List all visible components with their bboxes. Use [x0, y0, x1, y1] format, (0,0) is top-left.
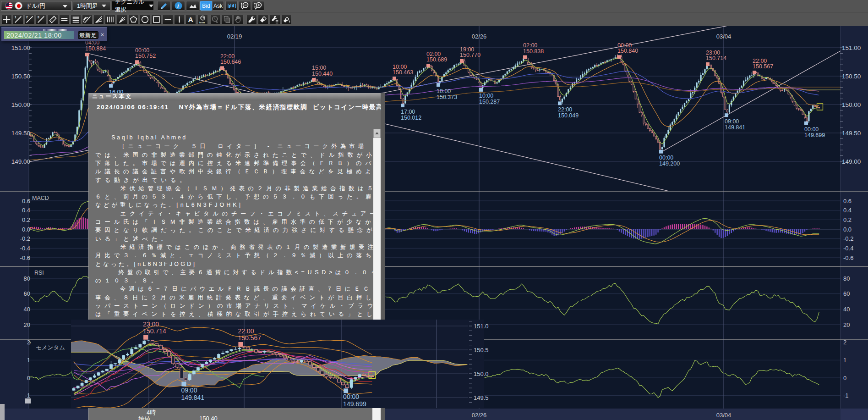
svg-text:150.884: 150.884 [85, 45, 106, 52]
svg-text:3: 3 [38, 15, 39, 19]
svg-text:20: 20 [843, 321, 850, 328]
svg-text:10:00: 10:00 [437, 88, 451, 94]
svg-text:40: 40 [843, 306, 850, 313]
svg-text:0.0: 0.0 [843, 226, 852, 233]
svg-text:03/04: 03/04 [716, 412, 732, 419]
svg-text:149.699: 149.699 [804, 132, 825, 138]
svg-text:80: 80 [24, 275, 30, 282]
svg-text:150.50: 150.50 [11, 73, 30, 80]
svg-text:0.4: 0.4 [843, 207, 852, 214]
svg-text:09:00: 09:00 [725, 118, 739, 125]
svg-text:149.699: 149.699 [343, 400, 366, 408]
svg-text:02/19: 02/19 [227, 33, 242, 40]
svg-text:150.714: 150.714 [706, 55, 726, 61]
svg-text:149.00: 149.00 [842, 158, 861, 165]
svg-text:150.0: 150.0 [474, 370, 489, 377]
svg-text:60: 60 [24, 290, 30, 297]
svg-text:-1: -1 [843, 392, 849, 399]
svg-text:20: 20 [24, 321, 30, 328]
svg-text:17:00: 17:00 [401, 109, 415, 115]
svg-text:150.567: 150.567 [238, 334, 261, 342]
svg-text:00:00: 00:00 [343, 393, 359, 400]
svg-text:149.00: 149.00 [11, 158, 30, 165]
svg-text:0: 0 [27, 375, 30, 381]
svg-text:149.200: 149.200 [659, 160, 680, 167]
svg-text:03/04: 03/04 [716, 33, 732, 40]
svg-text:151.00: 151.00 [842, 44, 861, 51]
svg-text:1: 1 [843, 357, 846, 364]
svg-text:1: 1 [27, 357, 30, 364]
svg-text:1: 1 [15, 15, 16, 19]
svg-text:149.5: 149.5 [474, 394, 489, 401]
svg-text:150.752: 150.752 [135, 53, 156, 59]
svg-text:2: 2 [26, 15, 28, 19]
svg-text:0.2: 0.2 [843, 216, 852, 223]
svg-text:150.646: 150.646 [220, 59, 241, 65]
svg-text:A: A [188, 16, 193, 23]
svg-text:150.373: 150.373 [437, 94, 457, 100]
svg-text:0.6: 0.6 [843, 198, 852, 204]
svg-text:0.4: 0.4 [22, 207, 30, 214]
svg-text:-0.4: -0.4 [843, 245, 853, 252]
svg-text:23:00: 23:00 [143, 321, 159, 328]
svg-text:150.770: 150.770 [460, 52, 480, 58]
svg-text:02/26: 02/26 [472, 412, 487, 419]
svg-text:-1: -1 [25, 392, 30, 399]
svg-text:149.50: 149.50 [842, 130, 861, 137]
svg-text:150.00: 150.00 [11, 101, 30, 108]
svg-text:-0.2: -0.2 [20, 235, 30, 242]
svg-text:2: 2 [843, 339, 846, 346]
svg-text:80: 80 [843, 275, 850, 282]
svg-text:icon: icon [199, 21, 205, 24]
svg-text:40: 40 [24, 306, 30, 313]
svg-text:150.714: 150.714 [143, 327, 166, 335]
svg-text:60: 60 [843, 290, 850, 297]
svg-text:2: 2 [28, 341, 31, 346]
svg-text:0.6: 0.6 [22, 198, 30, 204]
svg-text:150.287: 150.287 [479, 99, 500, 105]
svg-text:151.00: 151.00 [11, 44, 30, 51]
svg-text:150.838: 150.838 [523, 48, 544, 55]
svg-text:00:00: 00:00 [659, 155, 673, 161]
svg-text:02/26: 02/26 [472, 33, 487, 40]
svg-text:150.689: 150.689 [426, 56, 447, 63]
svg-text:151.0: 151.0 [474, 323, 489, 330]
svg-text:150.5: 150.5 [474, 347, 489, 354]
svg-text:-0.4: -0.4 [20, 245, 30, 252]
svg-text:MACD: MACD [32, 195, 49, 201]
svg-text:150.840: 150.840 [617, 48, 638, 54]
svg-text:149.841: 149.841 [725, 124, 745, 131]
svg-text:150.463: 150.463 [393, 69, 413, 76]
svg-text:150.00: 150.00 [842, 101, 861, 108]
svg-text:150.567: 150.567 [753, 63, 773, 70]
svg-text:149.50: 149.50 [11, 130, 30, 137]
svg-text:150.049: 150.049 [558, 112, 579, 119]
svg-text:-0.6: -0.6 [843, 254, 853, 261]
svg-text:-0.6: -0.6 [20, 254, 30, 261]
svg-text:00:00: 00:00 [804, 126, 819, 133]
svg-text:-0.2: -0.2 [843, 235, 853, 242]
svg-text:149.841: 149.841 [181, 394, 204, 401]
svg-text:0: 0 [843, 375, 846, 381]
svg-text:0.2: 0.2 [22, 216, 30, 223]
svg-text:09:00: 09:00 [181, 387, 197, 394]
svg-text:150.440: 150.440 [312, 71, 333, 77]
svg-text:RSI: RSI [34, 270, 44, 276]
svg-text:22:00: 22:00 [238, 327, 254, 335]
svg-text:150.012: 150.012 [401, 115, 421, 121]
svg-text:0.0: 0.0 [22, 226, 30, 233]
svg-text:10:00: 10:00 [479, 93, 493, 99]
svg-text:モメンタム: モメンタム [36, 344, 65, 351]
svg-text:150.50: 150.50 [842, 73, 861, 80]
svg-text:22:00: 22:00 [558, 106, 572, 113]
